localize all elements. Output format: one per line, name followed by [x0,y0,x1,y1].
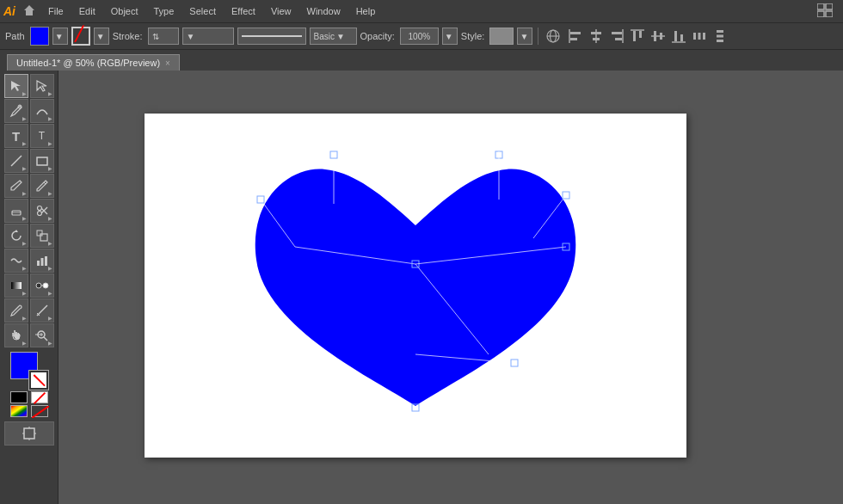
stroke-preview [237,28,306,45]
svg-rect-45 [45,256,47,266]
align-right-icon[interactable] [607,27,626,46]
line-tool[interactable]: ▶ [4,149,28,173]
menu-object[interactable]: Object [104,4,145,18]
main-area: ▶ ▶ ▶ ▶ T ▶ T ▶ [0,71,843,504]
select-tool[interactable]: ▶ [4,74,28,98]
svg-rect-57 [24,428,34,439]
direct-select-tool[interactable]: ▶ [30,74,54,98]
svg-rect-23 [680,34,683,41]
paintbrush-tool[interactable]: ▶ [4,174,28,198]
stroke-type-dropdown[interactable]: ▼ [182,28,234,45]
svg-rect-46 [11,282,22,289]
none-color-swatch[interactable] [31,391,48,403]
distribute-h-icon[interactable] [690,27,709,46]
svg-point-37 [37,212,41,216]
measure-tool[interactable]: ▶ [30,298,54,323]
menu-effect[interactable]: Effect [225,4,262,18]
rect-tool[interactable]: ▶ [30,149,54,173]
svg-rect-27 [703,33,705,40]
svg-line-32 [11,156,22,166]
document-tab[interactable]: Untitled-1* @ 50% (RGB/Preview) × [7,54,180,71]
stroke-none-icon: ╱ [75,28,83,41]
app-logo: Ai [3,4,15,18]
align-center-h-icon[interactable] [587,27,606,46]
rotate-tool[interactable]: ▶ [4,224,28,248]
svg-rect-17 [639,31,642,38]
path-label: Path [5,31,25,41]
menu-view[interactable]: View [264,4,298,18]
tool-row-shape: ▶ ▶ [4,149,54,173]
menu-file[interactable]: File [41,4,71,18]
distribute-v-icon[interactable] [711,27,729,46]
gradient-tool[interactable]: ▶ [4,274,28,298]
tab-close-button[interactable]: × [165,58,170,68]
svg-rect-30 [717,40,723,42]
hand-tool[interactable]: ▶ [4,323,28,347]
blend-tool[interactable]: ▶ [30,274,54,298]
svg-rect-25 [693,33,696,40]
zoom-tool[interactable]: ▶ [30,323,54,347]
heart-path [255,169,576,406]
menu-select[interactable]: Select [182,4,223,18]
svg-rect-16 [633,31,636,41]
stroke-label: Stroke: [113,31,143,41]
opacity-field[interactable]: 100% [400,28,439,45]
svg-rect-14 [615,38,622,40]
graph-tool[interactable]: ▶ [30,249,54,273]
stroke-dropdown[interactable]: ▼ [94,28,109,45]
align-icons-group [566,27,729,46]
home-icon[interactable] [22,3,36,19]
style-label: Style: [461,31,485,41]
align-middle-icon[interactable] [649,27,668,46]
svg-rect-34 [12,211,21,215]
svg-line-53 [44,337,47,341]
svg-rect-42 [37,230,42,236]
svg-point-48 [43,283,48,288]
curvature-tool[interactable]: ▶ [30,99,54,123]
globe-icon[interactable] [544,27,563,46]
tool-row-paintbrush: ▶ ▶ [4,174,54,198]
none-mode-btn[interactable] [31,405,48,417]
eraser-tool[interactable]: ▶ [4,199,28,223]
fill-color-box[interactable] [30,27,49,46]
arrange-icon[interactable] [817,3,833,19]
stroke-color-box[interactable]: ╱ [71,27,90,46]
align-left-icon[interactable] [566,27,585,46]
pencil-tool[interactable]: ▶ [30,174,54,198]
swatch-main [10,352,48,390]
menu-type[interactable]: Type [147,4,182,18]
svg-rect-33 [37,157,47,165]
tool-row-eyedropper: ▶ ▶ [4,298,54,323]
separator-1 [538,28,538,45]
svg-rect-28 [717,30,723,33]
warp-tool[interactable]: ▶ [4,249,28,273]
stroke-swatch[interactable] [29,371,48,390]
tool-row-gradient: ▶ ▶ [4,274,54,298]
type-tool[interactable]: T ▶ [4,124,28,148]
toolbox: ▶ ▶ ▶ ▶ T ▶ T ▶ [0,71,58,504]
fill-dropdown[interactable]: ▼ [52,28,68,45]
style-preset-dropdown[interactable]: Basic▼ [310,28,357,45]
tool-row-pen: ▶ ▶ [4,99,54,123]
style-box[interactable] [489,28,514,45]
stroke-weight-field[interactable]: ⇅ [148,28,179,45]
eyedropper-tool[interactable]: ▶ [4,298,28,323]
default-color-swatch[interactable] [10,391,28,403]
svg-rect-43 [37,261,40,266]
opacity-dropdown[interactable]: ▼ [442,28,458,45]
scissors-tool[interactable]: ▶ [30,199,54,223]
scale-tool[interactable]: ▶ [30,224,54,248]
heart-svg[interactable] [145,114,686,458]
style-dropdown[interactable]: ▼ [517,28,532,45]
menu-window[interactable]: Window [300,4,348,18]
color-mode-btn[interactable] [10,405,28,417]
align-top-icon[interactable] [628,27,647,46]
align-bottom-icon[interactable] [669,27,688,46]
menu-edit[interactable]: Edit [72,4,102,18]
tool-row-select: ▶ ▶ [4,74,54,98]
menu-help[interactable]: Help [349,4,383,18]
pen-tool[interactable]: ▶ [4,99,28,123]
artboard-tool[interactable] [4,421,54,446]
svg-rect-0 [817,3,824,9]
touch-type-tool[interactable]: T ▶ [30,124,54,148]
